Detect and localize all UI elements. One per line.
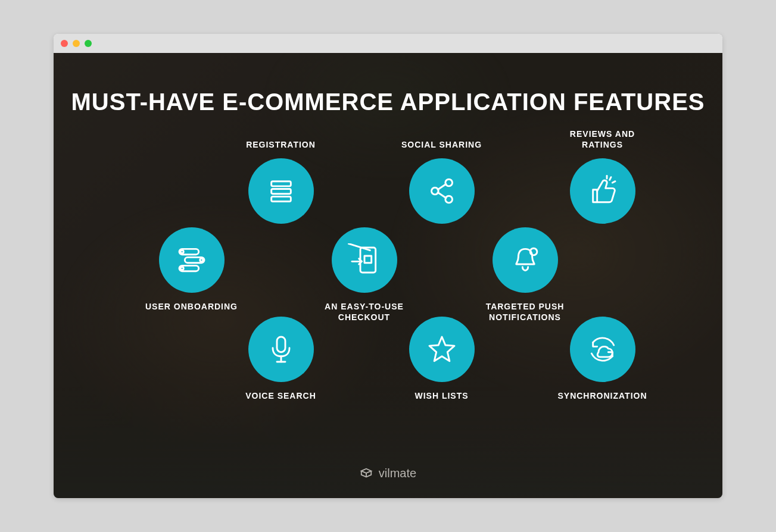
feature-registration: REGISTRATION [222, 139, 341, 224]
feature-push-notifications: TARGETED PUSH NOTIFICATIONS [466, 227, 585, 323]
svg-line-7 [438, 193, 446, 198]
svg-rect-1 [271, 189, 291, 194]
feature-synchronization: SYNCHRONIZATION [543, 317, 662, 401]
svg-rect-17 [360, 248, 376, 273]
feature-label: WISH LISTS [415, 390, 468, 401]
svg-rect-2 [271, 197, 291, 202]
feature-label: REGISTRATION [246, 139, 316, 150]
svg-line-8 [609, 177, 610, 180]
content-area: MUST-HAVE E-COMMERCE APPLICATION FEATURE… [54, 53, 722, 498]
feature-label: REVIEWS AND RATINGS [570, 129, 635, 150]
feature-reviews-ratings: REVIEWS AND RATINGS [543, 129, 662, 224]
stack-icon [248, 158, 314, 224]
svg-rect-0 [271, 181, 291, 186]
thumbs-up-icon [570, 158, 635, 224]
window-maximize-icon[interactable] [85, 40, 92, 47]
svg-point-4 [445, 179, 452, 186]
star-icon [409, 317, 475, 382]
svg-point-16 [180, 267, 183, 270]
svg-rect-19 [364, 256, 372, 263]
features-grid: REGISTRATIONSOCIAL SHARINGREVIEWS AND RA… [126, 139, 650, 425]
feature-voice-search: VOICE SEARCH [222, 317, 341, 401]
svg-point-14 [200, 258, 202, 261]
footer-logo: vilmate [54, 467, 722, 480]
svg-point-12 [180, 250, 183, 253]
feature-social-sharing: SOCIAL SHARING [382, 139, 501, 224]
feature-wish-lists: WISH LISTS [382, 317, 501, 401]
share-icon [409, 158, 475, 224]
microphone-icon [248, 317, 314, 382]
svg-point-5 [445, 196, 452, 203]
feature-easy-checkout: AN EASY-TO-USE CHECKOUT [305, 227, 424, 323]
svg-rect-21 [277, 337, 285, 352]
feature-user-onboarding: USER ONBOARDING [132, 227, 251, 312]
steps-icon [159, 227, 225, 293]
feature-label: SYNCHRONIZATION [557, 390, 647, 401]
titlebar [54, 34, 722, 53]
logo-icon [360, 467, 373, 480]
browser-window: MUST-HAVE E-COMMERCE APPLICATION FEATURE… [54, 34, 722, 498]
logo-text: vilmate [379, 467, 416, 480]
svg-line-6 [438, 184, 446, 190]
svg-point-3 [431, 187, 438, 195]
window-minimize-icon[interactable] [73, 40, 80, 47]
svg-line-9 [612, 181, 615, 183]
sync-icon [570, 317, 635, 382]
feature-label: SOCIAL SHARING [401, 139, 482, 150]
feature-label: USER ONBOARDING [145, 301, 238, 312]
window-close-icon[interactable] [61, 40, 68, 47]
feature-label: VOICE SEARCH [245, 390, 316, 401]
page-title: MUST-HAVE E-COMMERCE APPLICATION FEATURE… [71, 89, 705, 115]
checkout-icon [332, 227, 397, 293]
bell-icon [493, 227, 558, 293]
